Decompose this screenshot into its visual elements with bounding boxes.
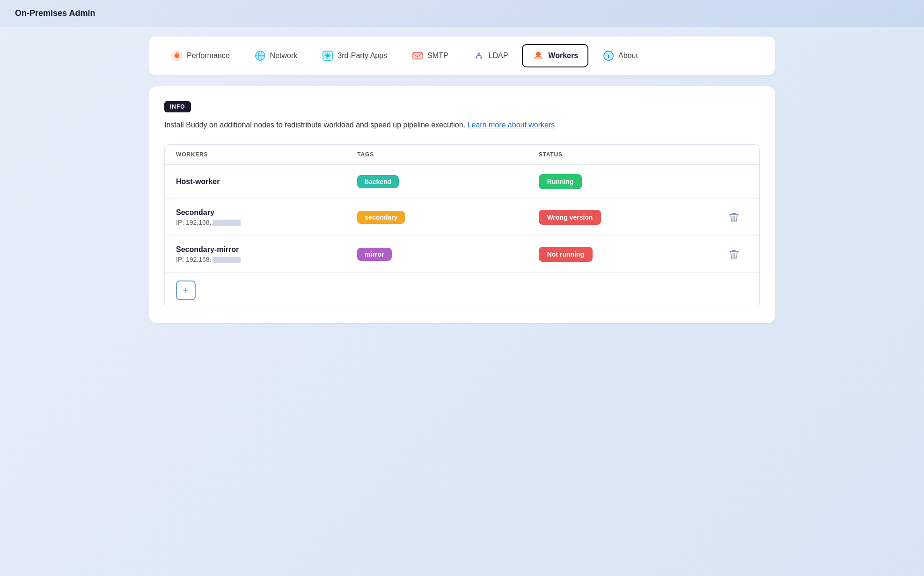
tag-secondary: secondary — [357, 211, 405, 224]
svg-rect-8 — [413, 52, 422, 59]
delete-mirror-button[interactable] — [720, 249, 748, 259]
worker-status-secondary: Wrong version — [539, 210, 720, 225]
svg-point-11 — [475, 57, 477, 59]
col-status: STATUS — [539, 151, 720, 158]
tab-about[interactable]: i About — [592, 44, 648, 67]
tag-mirror: mirror — [357, 248, 391, 261]
worker-name-host: Host-worker — [176, 177, 357, 186]
smtp-icon — [411, 50, 424, 62]
tag-backend: backend — [357, 175, 399, 188]
info-banner: INFO Install Buddy on additional nodes t… — [164, 101, 760, 131]
worker-ip-secondary-mirror: IP: 192.168. — [176, 256, 357, 263]
table-header: WORKERS TAGS STATUS — [165, 145, 759, 165]
add-worker-row: + — [165, 273, 759, 308]
tab-network-label: Network — [270, 52, 298, 60]
tab-performance-label: Performance — [187, 52, 230, 60]
delete-secondary-button[interactable] — [720, 212, 748, 222]
tab-about-label: About — [618, 52, 638, 60]
worker-tags-mirror: mirror — [357, 248, 538, 261]
status-not-running: Not running — [539, 247, 593, 262]
tab-3rd-party-apps[interactable]: 3rd-Party Apps — [311, 44, 397, 67]
tab-ldap-label: LDAP — [489, 52, 508, 60]
worker-ip-secondary: IP: 192.168. — [176, 219, 357, 226]
content-area: INFO Install Buddy on additional nodes t… — [149, 86, 775, 323]
table-row: Secondary-mirror IP: 192.168. mirror Not… — [165, 236, 759, 273]
worker-tags-host: backend — [357, 175, 538, 188]
svg-point-12 — [480, 57, 482, 59]
workers-table: WORKERS TAGS STATUS Host-worker backend … — [164, 144, 760, 309]
svg-rect-14 — [536, 54, 541, 55]
tab-ldap[interactable]: LDAP — [462, 44, 519, 67]
col-tags: TAGS — [357, 151, 538, 158]
add-worker-button[interactable]: + — [176, 281, 196, 300]
workers-icon — [532, 50, 544, 62]
tab-smtp[interactable]: SMTP — [401, 44, 458, 67]
worker-name-secondary: Secondary IP: 192.168. — [176, 208, 357, 226]
table-row: Host-worker backend Running — [165, 165, 759, 199]
info-badge: INFO — [164, 101, 191, 112]
header-bar: On-Premises Admin — [0, 0, 924, 27]
main-container: Performance Network — [134, 27, 790, 332]
ldap-icon — [473, 50, 485, 62]
svg-text:i: i — [608, 52, 609, 59]
nav-tabs: Performance Network — [149, 37, 775, 75]
performance-icon — [171, 50, 183, 62]
worker-status-mirror: Not running — [539, 247, 720, 262]
table-row: Secondary IP: 192.168. secondary Wrong v… — [165, 199, 759, 236]
status-wrong-version: Wrong version — [539, 210, 601, 225]
col-actions — [720, 151, 748, 158]
about-icon: i — [602, 50, 615, 62]
worker-status-host: Running — [539, 174, 720, 189]
tab-network[interactable]: Network — [244, 44, 308, 67]
app-title: On-Premises Admin — [15, 8, 95, 18]
worker-tags-secondary: secondary — [357, 211, 538, 224]
learn-more-link[interactable]: Learn more about workers — [468, 121, 555, 129]
tab-performance[interactable]: Performance — [161, 44, 240, 67]
tab-workers[interactable]: Workers — [522, 44, 588, 67]
ip-blur — [213, 257, 241, 263]
info-text: Install Buddy on additional nodes to red… — [164, 119, 760, 131]
tab-3rd-party-label: 3rd-Party Apps — [337, 52, 387, 60]
svg-point-10 — [477, 52, 480, 55]
tab-smtp-label: SMTP — [427, 52, 448, 60]
network-icon — [254, 50, 266, 62]
ip-blur — [213, 220, 241, 226]
svg-point-7 — [326, 54, 329, 57]
3rd-party-icon — [322, 50, 334, 62]
tab-workers-label: Workers — [548, 52, 578, 60]
status-running: Running — [539, 174, 582, 189]
worker-name-secondary-mirror: Secondary-mirror IP: 192.168. — [176, 245, 357, 263]
col-workers: WORKERS — [176, 151, 357, 158]
